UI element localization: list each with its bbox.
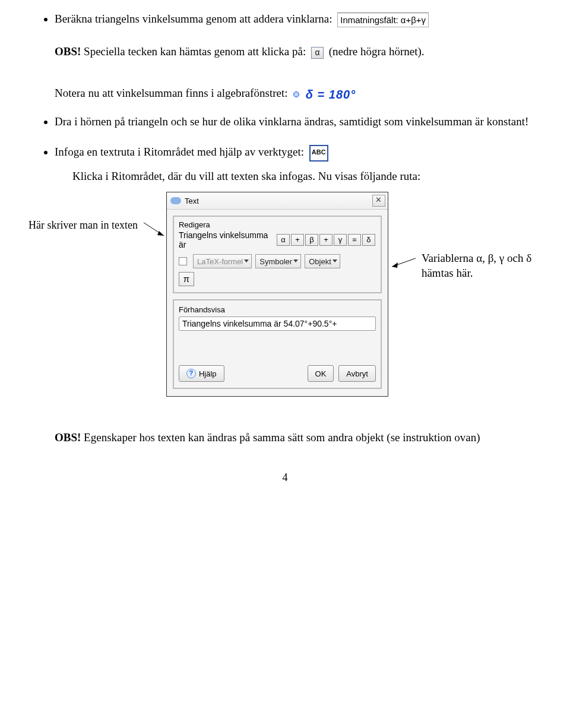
- obs-line: OBS! Speciella tecken kan hämtas genom a…: [55, 43, 515, 61]
- help-button[interactable]: ? Hjälp: [179, 365, 224, 382]
- right-annotation: Variablerna α, β, γ och δ hämtas här.: [422, 192, 531, 280]
- edit-panel: Redigera Triangelns vinkelsumma är α + β…: [173, 216, 382, 293]
- input-widget[interactable]: Inmatningsfält:α+β+γ: [337, 12, 429, 27]
- obs-label: OBS!: [55, 45, 81, 58]
- object-dropdown[interactable]: Objekt: [305, 254, 340, 268]
- bullet-text: Beräkna triangelns vinkelsumma genom att…: [55, 12, 332, 25]
- preview-label: Förhandsvisa: [179, 305, 376, 314]
- bullet-infoga-text: Infoga en textruta i Ritområdet med hjäl…: [55, 145, 304, 158]
- chip-alpha[interactable]: α: [277, 234, 290, 246]
- latex-checkbox[interactable]: [179, 257, 187, 265]
- symbols-dropdown[interactable]: Symboler: [255, 254, 301, 268]
- obs-suffix: (nedre högra hörnet).: [329, 45, 425, 58]
- chip-plus2[interactable]: +: [319, 234, 332, 246]
- formula-row[interactable]: Triangelns vinkelsumma är α + β + γ = δ: [179, 230, 376, 249]
- help-icon: ?: [186, 369, 196, 378]
- chip-plus1[interactable]: +: [291, 234, 304, 246]
- svg-marker-3: [392, 262, 398, 268]
- dialog-title-text: Text: [185, 197, 372, 205]
- notera-text: Notera nu att vinkelsumman finns i algeb…: [55, 87, 288, 99]
- dialog-titlebar[interactable]: Text ✕: [167, 192, 388, 210]
- klicka-line: Klicka i Ritområdet, där du vill att tex…: [72, 167, 542, 185]
- alpha-button[interactable]: α: [311, 47, 324, 59]
- bullet-drag: Dra i hörnen på triangeln och se hur de …: [55, 115, 542, 129]
- obs-text: Speciella tecken kan hämtas genom att kl…: [84, 45, 306, 58]
- page-number: 4: [28, 471, 542, 484]
- bullet-berakna: Beräkna triangelns vinkelsumma genom att…: [55, 12, 542, 27]
- ok-button[interactable]: OK: [308, 365, 334, 382]
- input-widget-value: α+β+γ: [401, 15, 426, 25]
- dialog-icon: [170, 197, 181, 204]
- abc-tool-button[interactable]: ABC: [309, 145, 328, 162]
- chip-beta[interactable]: β: [305, 234, 318, 246]
- obs2-text: Egenskaper hos texten kan ändras på samm…: [84, 431, 480, 444]
- arrow-left-icon: [141, 192, 166, 245]
- svg-marker-1: [157, 231, 164, 236]
- chip-gamma[interactable]: γ: [334, 234, 347, 246]
- delta-equation: δ = 180°: [306, 88, 356, 101]
- preview-field: Triangelns vinkelsumma är 54.07°+90.5°+: [179, 316, 376, 331]
- bullet-infoga: Infoga en textruta i Ritområdet med hjäl…: [55, 145, 542, 162]
- obs2-label: OBS!: [55, 431, 81, 444]
- formula-prefix: Triangelns vinkelsumma är: [179, 230, 274, 249]
- preview-panel: Förhandsvisa Triangelns vinkelsumma är 5…: [173, 299, 382, 389]
- left-annotation: Här skriver man in texten: [28, 192, 138, 232]
- chip-eq[interactable]: =: [348, 234, 361, 246]
- text-dialog: Text ✕ Redigera Triangelns vinkelsumma ä…: [166, 192, 388, 397]
- latex-dropdown[interactable]: LaTeX-formel: [193, 254, 252, 268]
- redigera-label: Redigera: [179, 220, 376, 229]
- chip-delta[interactable]: δ: [362, 234, 375, 246]
- close-button[interactable]: ✕: [372, 195, 385, 207]
- input-widget-label: Inmatningsfält:: [340, 15, 398, 25]
- point-icon: [293, 91, 299, 97]
- cancel-button[interactable]: Avbryt: [338, 365, 376, 382]
- notera-line: Notera nu att vinkelsumman finns i algeb…: [55, 84, 515, 104]
- pi-button[interactable]: π: [179, 272, 194, 286]
- arrow-right-icon: [388, 192, 418, 281]
- obs2-line: OBS! Egenskaper hos texten kan ändras på…: [55, 429, 515, 447]
